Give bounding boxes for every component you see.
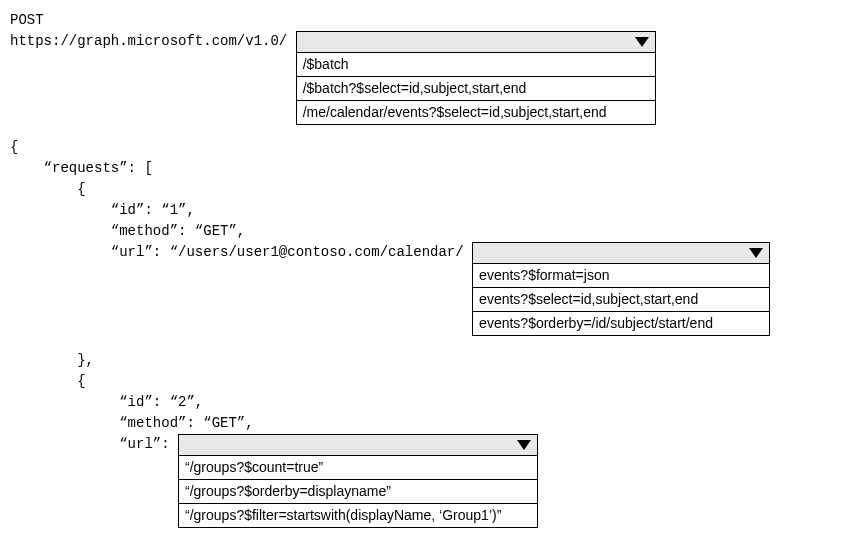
- spacer: [287, 31, 295, 52]
- endpoint-dropdown[interactable]: /$batch /$batch?$select=id,subject,start…: [296, 31, 656, 125]
- json-req1-id: “id”: “1”,: [10, 200, 847, 221]
- dropdown-select-bar[interactable]: [472, 242, 770, 264]
- dropdown-select-bar[interactable]: [296, 31, 656, 53]
- base-url-text: https://graph.microsoft.com/v1.0/: [10, 31, 287, 52]
- req1-url-dropdown[interactable]: events?$format=json events?$select=id,su…: [472, 242, 770, 336]
- chevron-down-icon: [635, 37, 649, 47]
- endpoint-row: https://graph.microsoft.com/v1.0/ /$batc…: [10, 31, 847, 125]
- req1-url-prefix: “url”: “/users/user1@contoso.com/calenda…: [10, 242, 464, 263]
- dropdown-option[interactable]: /me/calendar/events?$select=id,subject,s…: [297, 100, 655, 124]
- json-req2-id: “id”: “2”,: [10, 392, 847, 413]
- spacer: [464, 242, 472, 263]
- dropdown-option[interactable]: “/groups?$filter=startswith(displayName,…: [179, 503, 537, 527]
- dropdown-option[interactable]: events?$orderby=/id/subject/start/end: [473, 311, 769, 335]
- dropdown-option[interactable]: “/groups?$count=true”: [179, 456, 537, 479]
- json-req1-method: “method”: “GET”,: [10, 221, 847, 242]
- req2-url-dropdown[interactable]: “/groups?$count=true” “/groups?$orderby=…: [178, 434, 538, 528]
- dropdown-option[interactable]: /$batch: [297, 53, 655, 76]
- chevron-down-icon: [749, 248, 763, 258]
- req2-url-prefix: “url”:: [10, 434, 178, 455]
- dropdown-options: /$batch /$batch?$select=id,subject,start…: [296, 53, 656, 125]
- json-open-brace: {: [10, 137, 847, 158]
- json-item-close-comma: },: [10, 350, 847, 371]
- json-item-open: {: [10, 179, 847, 200]
- json-req2-method: “method”: “GET”,: [10, 413, 847, 434]
- dropdown-option[interactable]: /$batch?$select=id,subject,start,end: [297, 76, 655, 100]
- req1-url-row: “url”: “/users/user1@contoso.com/calenda…: [10, 242, 847, 336]
- chevron-down-icon: [517, 440, 531, 450]
- dropdown-option[interactable]: events?$format=json: [473, 264, 769, 287]
- dropdown-select-bar[interactable]: [178, 434, 538, 456]
- json-requests-key: “requests”: [: [10, 158, 847, 179]
- dropdown-options: “/groups?$count=true” “/groups?$orderby=…: [178, 456, 538, 528]
- req2-url-row: “url”: “/groups?$count=true” “/groups?$o…: [10, 434, 847, 528]
- http-method: POST: [10, 10, 847, 31]
- dropdown-options: events?$format=json events?$select=id,su…: [472, 264, 770, 336]
- dropdown-option[interactable]: events?$select=id,subject,start,end: [473, 287, 769, 311]
- json-item-open: {: [10, 371, 847, 392]
- dropdown-option[interactable]: “/groups?$orderby=displayname”: [179, 479, 537, 503]
